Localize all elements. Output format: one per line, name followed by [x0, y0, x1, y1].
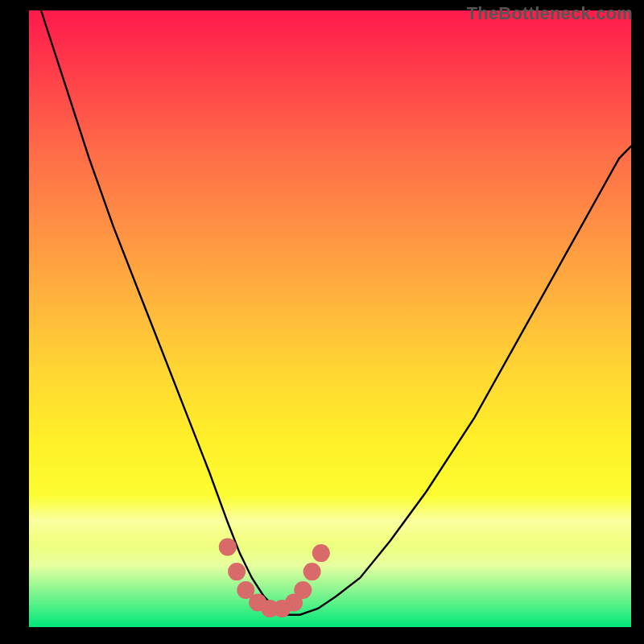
- chart-frame: [29, 10, 631, 627]
- marker-dot: [303, 563, 321, 580]
- marker-cluster: [219, 538, 330, 617]
- curve-line: [41, 10, 631, 615]
- marker-dot: [228, 563, 246, 580]
- attribution-watermark: TheBottleneck.com: [467, 3, 633, 24]
- bottleneck-curve: [41, 10, 631, 615]
- marker-dot: [294, 581, 312, 599]
- curve-overlay: [29, 10, 631, 627]
- marker-dot: [219, 538, 237, 555]
- marker-dot: [312, 544, 330, 562]
